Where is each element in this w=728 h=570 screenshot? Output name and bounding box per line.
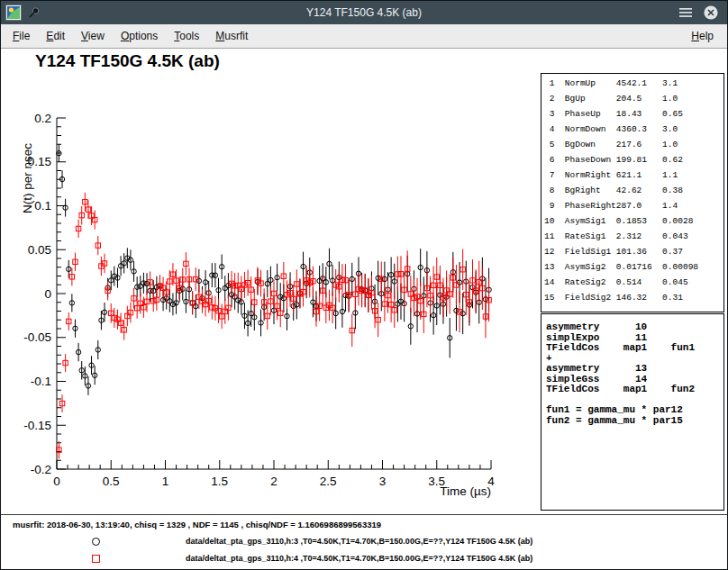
menu-options[interactable]: Options (113, 25, 166, 47)
window-title: Y124 TF150G 4.5K (ab) (1, 1, 727, 24)
theory-line: asymmetry 10 (546, 322, 723, 333)
close-icon[interactable] (703, 5, 719, 21)
theory-line: fun2 = gamma_mu * par15 (546, 416, 723, 427)
svg-text:-0.2: -0.2 (31, 463, 51, 476)
window-menu-icon[interactable] (678, 6, 693, 19)
menu-edit[interactable]: Edit (38, 25, 73, 47)
param-row-AsymSig1: 10 AsymSig1 0.1853 0.0028 (544, 213, 723, 229)
legend-text: data/deltat_pta_gps_3110,h:3 ,T0=4.50K,T… (186, 537, 532, 546)
parameter-table: 1 NormUp 4542.1 3.1 2 BgUp 204.5 1.0 3 P… (541, 73, 724, 312)
y-axis-title: N(t) per nsec (21, 143, 34, 213)
plot-series (57, 144, 492, 458)
theory-line: TFieldCos map1 fun1 (546, 343, 723, 354)
param-row-BgDown: 5 BgDown 217.6 1.0 (544, 137, 723, 152)
svg-text:0.5: 0.5 (103, 475, 120, 488)
plot-footer: musrfit: 2018-06-30, 13:19:40, chisq = 1… (1, 514, 727, 569)
data-series-up (57, 144, 492, 394)
param-row-RateSig2: 14 RateSig2 0.514 0.045 (544, 275, 723, 290)
svg-text:0.1: 0.1 (34, 199, 51, 213)
svg-text:-0.1: -0.1 (31, 375, 51, 388)
legend-marker-circle (92, 538, 100, 546)
svg-text:1: 1 (162, 475, 169, 488)
param-row-NormRight: 7 NormRight 621.1 1.1 (544, 167, 723, 183)
svg-text:0: 0 (53, 475, 60, 488)
x-axis-title: Time (µs) (440, 484, 491, 498)
param-row-AsymSig2: 13 AsymSig2 0.01716 0.00098 (544, 259, 723, 275)
svg-text:0.05: 0.05 (28, 243, 51, 257)
param-row-RateSig1: 11 RateSig1 2.312 0.043 (544, 229, 723, 244)
param-row-FieldSig2: 15 FieldSig2 146.32 0.31 (544, 290, 723, 305)
menubar-left: FileEditViewOptionsToolsMusrfit (5, 24, 256, 47)
musrview-window: Y124 TF150G 4.5K (ab) FileEditViewOption… (0, 0, 728, 570)
param-row-PhaseDown: 6 PhaseDown 199.81 0.62 (544, 152, 723, 167)
data-series-down (57, 193, 492, 459)
param-row-BgRight: 8 BgRight 42.62 0.38 (544, 183, 723, 198)
param-row-PhaseRight: 9 PhaseRight287.0 1.4 (544, 198, 723, 213)
svg-text:0.2: 0.2 (34, 112, 51, 125)
titlebar: Y124 TF150G 4.5K (ab) (1, 1, 727, 24)
legend-marker-square (92, 555, 100, 563)
param-row-BgUp: 2 BgUp 204.5 1.0 (544, 91, 723, 106)
param-row-PhaseUp: 3 PhaseUp 18.43 0.65 (544, 106, 723, 122)
canvas-area: Y124 TF150G 4.5K (ab) 00.511.522.533.54-… (1, 49, 727, 569)
plot-title: Y124 TF150G 4.5K (ab) (35, 51, 220, 71)
menubar-right: Help (683, 24, 722, 47)
param-row-NormDown: 4 NormDown 4360.3 3.0 (544, 122, 723, 137)
menubar: FileEditViewOptionsToolsMusrfit Help (1, 24, 727, 49)
svg-text:0: 0 (44, 287, 51, 301)
theory-line: fun1 = gamma_mu * par12 (546, 405, 723, 416)
theory-line: TFieldCos map1 fun2 (546, 385, 723, 395)
svg-text:2.5: 2.5 (320, 475, 337, 488)
legend-row: data/deltat_pta_gps_3110,h:4 ,T0=4.50K,T… (1, 552, 727, 566)
svg-text:1.5: 1.5 (211, 475, 228, 488)
menu-view[interactable]: View (73, 25, 113, 47)
svg-text:-0.15: -0.15 (23, 419, 51, 432)
theory-line: asymmetry 13 (546, 364, 723, 375)
legend-row: data/deltat_pta_gps_3110,h:3 ,T0=4.50K,T… (1, 535, 727, 549)
menu-file[interactable]: File (5, 25, 38, 47)
plot-canvas[interactable]: 00.511.522.533.54-0.2-0.15-0.1-0.0500.05… (5, 78, 527, 502)
fit-info-line: musrfit: 2018-06-30, 13:19:40, chisq = 1… (13, 520, 381, 529)
menu-musrfit[interactable]: Musrfit (207, 25, 256, 47)
theory-block: asymmetry 10simplExpo 11TFieldCos map1 f… (541, 313, 724, 511)
param-row-NormUp: 1 NormUp 4542.1 3.1 (544, 76, 723, 91)
svg-text:2: 2 (270, 475, 278, 488)
svg-text:-0.05: -0.05 (23, 330, 51, 344)
menu-tools[interactable]: Tools (166, 25, 207, 47)
svg-text:3: 3 (379, 475, 387, 488)
param-row-FieldSig1: 12 FieldSig1 101.36 0.37 (544, 244, 723, 259)
legend-text: data/deltat_pta_gps_3110,h:4 ,T0=4.50K,T… (186, 554, 532, 563)
menu-help[interactable]: Help (683, 25, 722, 47)
